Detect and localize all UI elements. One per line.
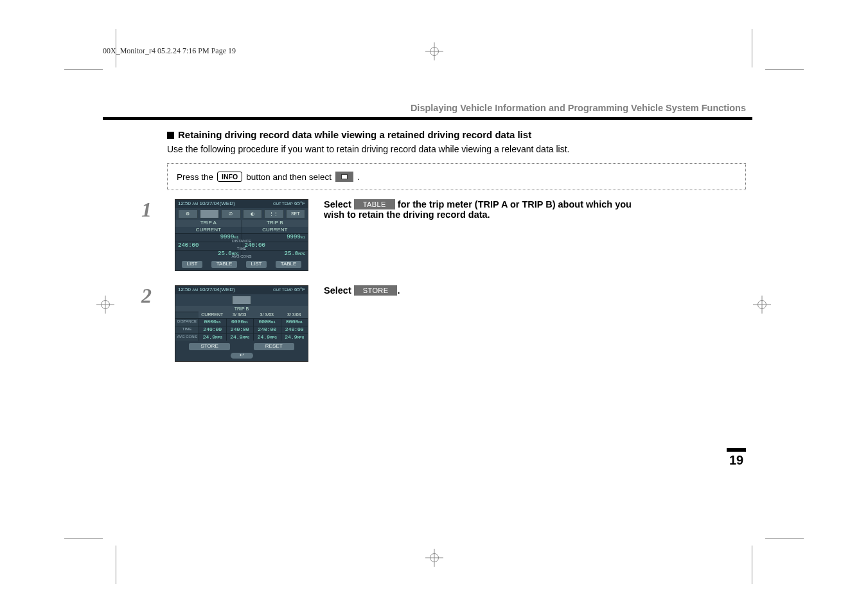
avg-2: 24.9MPG — [253, 333, 281, 341]
time-0: 240:00 — [199, 326, 226, 333]
tab-icon-row: ⚙ ∅ ◐ ⋮⋮ SET — [175, 208, 308, 220]
page-number: 19 — [727, 453, 746, 468]
avg-3: 24.9MPG — [281, 333, 308, 341]
store-button[interactable]: STORE — [189, 343, 229, 350]
crop-mark — [64, 538, 103, 539]
time-3: 240:00 — [281, 326, 308, 333]
page-number-block: 19 — [727, 448, 746, 468]
button-row: LIST TABLE LIST TABLE — [175, 258, 308, 271]
maint-icon[interactable]: ⚙ — [178, 209, 198, 218]
section-intro: Use the following procedure if you want … — [167, 144, 746, 154]
crop-mark — [116, 29, 116, 67]
instr-text-mid: button and then select — [246, 172, 332, 182]
trip-a-header: TRIP A — [175, 220, 242, 227]
out-temp-label: OUT TEMP — [273, 202, 293, 206]
screen-trip-summary: 12:50 AM 10/27/04(WED) OUT TEMP 65°F ⚙ ∅… — [175, 199, 308, 271]
gauge-icon[interactable]: ◐ — [243, 209, 263, 218]
tab-icon-row — [175, 294, 308, 306]
table-button-a[interactable]: TABLE — [211, 261, 238, 268]
list-button-a[interactable]: LIST — [182, 261, 203, 268]
crop-mark — [64, 69, 103, 70]
registration-mark-top — [425, 42, 443, 60]
instr-text-post: . — [357, 172, 360, 182]
row-avg-label: AVG CONS — [175, 333, 199, 341]
step-1: 1 12:50 AM 10/27/04(WED) OUT TEMP 65°F ⚙… — [141, 199, 746, 271]
table-button-ref: TABLE — [354, 199, 395, 209]
calendar-icon[interactable]: ⋮⋮ — [264, 209, 284, 218]
store-button-ref: STORE — [354, 285, 398, 296]
print-proof-header: 00X_Monitor_r4 05.2.24 7:16 PM Page 19 — [103, 46, 236, 56]
crop-mark — [752, 29, 752, 67]
avg-0: 24.9MPG — [199, 333, 226, 341]
dist-3: 0000mi — [281, 318, 308, 326]
crop-mark — [752, 546, 752, 584]
trip-b-header: TRIP B — [175, 306, 308, 312]
reset-button[interactable]: RESET — [254, 343, 294, 350]
avg-1: 24.9MPG — [226, 333, 254, 341]
page-content: Displaying Vehicle Information and Progr… — [109, 103, 746, 376]
trip-book-icon — [335, 172, 353, 182]
divider-rule — [103, 117, 752, 120]
time-1: 240:00 — [226, 326, 254, 333]
section-title-text: Retaining driving record data while view… — [178, 129, 531, 140]
button-row: STORE RESET — [175, 341, 308, 353]
out-temp-value: 65°F — [294, 200, 305, 206]
instr-text-pre: Press the — [177, 172, 213, 182]
status-bar: 12:50 AM 10/27/04(WED) OUT TEMP 65°F — [175, 200, 308, 208]
crop-mark — [765, 538, 804, 539]
step-1-text: Select TABLE for the trip meter (TRIP A … — [324, 199, 746, 220]
clock-ampm: AM — [192, 202, 198, 206]
step-number: 1 — [141, 198, 159, 222]
step-2-text: Select STORE. — [324, 285, 746, 296]
trip-a-time: 240:00 — [175, 242, 242, 250]
dist-1: 0000mi — [226, 318, 254, 326]
trip-book-icon[interactable] — [232, 296, 251, 305]
trip-book-icon[interactable] — [200, 209, 220, 218]
clock-date: 10/27/04(WED) — [200, 287, 235, 292]
back-row: ↩ — [175, 353, 308, 361]
trip-columns: TRIP A CURRENT 9999mi 240:00 25.0MPG TRI… — [175, 220, 308, 258]
list-button-b[interactable]: LIST — [246, 261, 267, 268]
trip-b-header: TRIP B — [242, 220, 308, 227]
blank-corner — [175, 312, 199, 318]
status-bar: 12:50 AM 10/27/04(WED) OUT TEMP 65°F — [175, 286, 308, 294]
trip-b-distance: 9999mi — [242, 233, 308, 242]
out-temp-label: OUT TEMP — [273, 288, 293, 292]
dist-0: 0000mi — [199, 318, 226, 326]
row-time-label: TIME — [175, 326, 199, 333]
bullet-square-icon — [167, 132, 174, 139]
trip-b-current: CURRENT — [242, 227, 308, 234]
row-distance-label: DISTANCE — [175, 318, 199, 326]
chapter-title: Displaying Vehicle Information and Progr… — [109, 103, 746, 117]
trip-history-table: TRIP B CURRENT 3/ 3/03 3/ 3/03 3/ 3/03 D… — [175, 306, 308, 341]
trip-a-distance: 9999mi — [175, 233, 242, 242]
clock-time: 12:50 — [178, 200, 191, 206]
trip-b-avg: 25.0MPG — [242, 250, 308, 258]
col-date-2: 3/ 3/03 — [253, 312, 281, 318]
set-tab[interactable]: SET — [286, 209, 306, 218]
crop-mark — [116, 546, 116, 584]
dist-2: 0000mi — [253, 318, 281, 326]
col-date-1: 3/ 3/03 — [226, 312, 254, 318]
trip-a-current: CURRENT — [175, 227, 242, 234]
col-date-3: 3/ 3/03 — [281, 312, 308, 318]
clock-ampm: AM — [192, 288, 198, 292]
section-title: Retaining driving record data while view… — [167, 129, 746, 140]
pre-step-instruction: Press the INFO button and then select . — [167, 163, 746, 190]
clock-time: 12:50 — [178, 287, 191, 292]
compass-icon[interactable]: ∅ — [221, 209, 241, 218]
page-number-bar — [727, 448, 746, 452]
out-temp-value: 65°F — [294, 287, 305, 292]
trip-b-time: 240:00 — [242, 242, 308, 250]
registration-mark-right — [753, 296, 771, 314]
registration-mark-bottom — [425, 549, 443, 567]
crop-mark — [765, 69, 804, 70]
trip-a-avg: 25.0MPG — [175, 250, 242, 258]
back-button[interactable]: ↩ — [231, 353, 253, 359]
time-2: 240:00 — [253, 326, 281, 333]
screen-trip-table: 12:50 AM 10/27/04(WED) OUT TEMP 65°F TRI… — [175, 285, 308, 362]
clock-date: 10/27/04(WED) — [200, 200, 235, 206]
table-button-b[interactable]: TABLE — [276, 261, 302, 268]
info-button-label: INFO — [217, 172, 242, 182]
step-number: 2 — [141, 284, 159, 308]
